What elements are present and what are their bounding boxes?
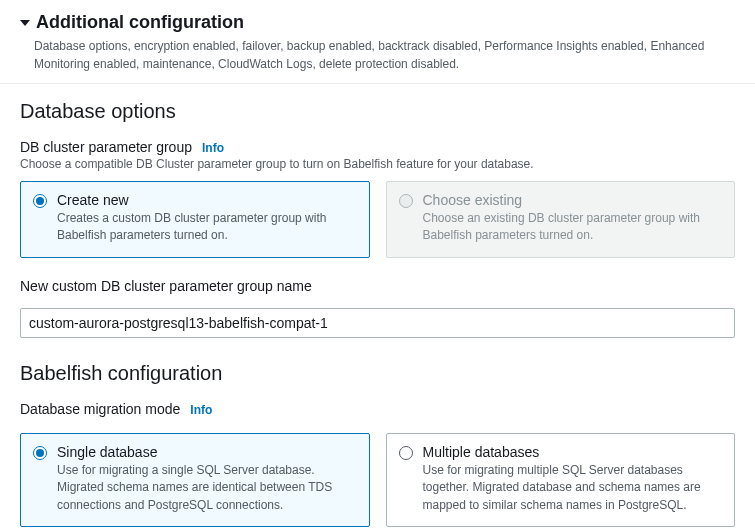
param-group-info-link[interactable]: Info: [202, 141, 224, 155]
radio-icon: [399, 194, 413, 208]
param-group-tiles: Create new Creates a custom DB cluster p…: [20, 181, 735, 258]
tile-desc: Use for migrating multiple SQL Server da…: [423, 462, 723, 514]
migration-mode-tile-multiple[interactable]: Multiple databases Use for migrating mul…: [386, 433, 736, 527]
param-group-tile-choose-existing: Choose existing Choose an existing DB cl…: [386, 181, 736, 258]
section-title: Additional configuration: [36, 12, 244, 33]
babelfish-config-heading: Babelfish configuration: [20, 362, 735, 385]
section-subtitle: Database options, encryption enabled, fa…: [34, 37, 735, 73]
caret-down-icon: [20, 20, 30, 26]
tile-title: Create new: [57, 192, 357, 208]
section-title-row[interactable]: Additional configuration: [20, 12, 735, 33]
content-area: Database options DB cluster parameter gr…: [0, 84, 755, 529]
migration-mode-tiles: Single database Use for migrating a sing…: [20, 433, 735, 527]
database-options-heading: Database options: [20, 100, 735, 123]
radio-icon: [33, 194, 47, 208]
migration-mode-info-link[interactable]: Info: [190, 403, 212, 417]
additional-config-header: Additional configuration Database option…: [0, 0, 755, 84]
migration-mode-label: Database migration mode: [20, 401, 180, 417]
tile-desc: Creates a custom DB cluster parameter gr…: [57, 210, 357, 245]
migration-mode-tile-single[interactable]: Single database Use for migrating a sing…: [20, 433, 370, 527]
tile-title: Choose existing: [423, 192, 723, 208]
tile-desc: Use for migrating a single SQL Server da…: [57, 462, 357, 514]
param-group-hint: Choose a compatible DB Cluster parameter…: [20, 157, 735, 171]
tile-title: Single database: [57, 444, 357, 460]
radio-icon: [399, 446, 413, 460]
tile-title: Multiple databases: [423, 444, 723, 460]
tile-desc: Choose an existing DB cluster parameter …: [423, 210, 723, 245]
new-group-name-input[interactable]: [20, 308, 735, 338]
new-group-name-label: New custom DB cluster parameter group na…: [20, 278, 735, 294]
radio-icon: [33, 446, 47, 460]
param-group-tile-create-new[interactable]: Create new Creates a custom DB cluster p…: [20, 181, 370, 258]
param-group-label: DB cluster parameter group: [20, 139, 192, 155]
